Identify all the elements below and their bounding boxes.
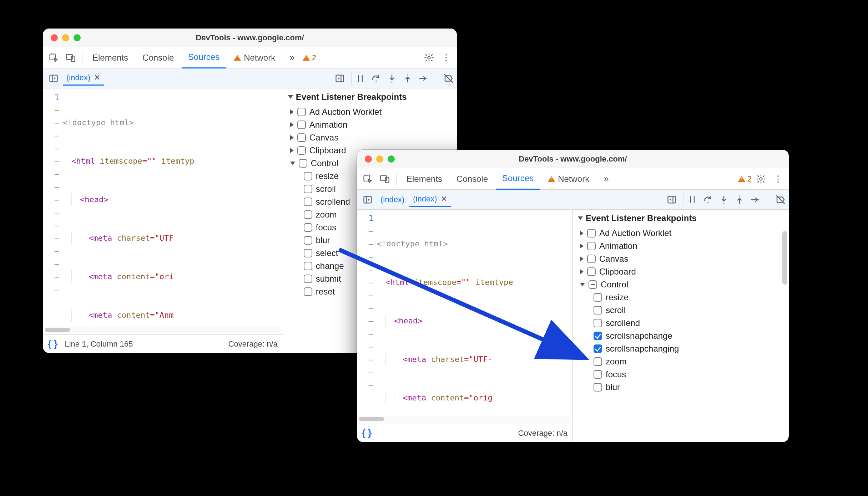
- tab-console[interactable]: Console: [136, 47, 180, 68]
- breakpoint-category[interactable]: Clipboard: [573, 265, 789, 278]
- inspect-icon[interactable]: [46, 50, 61, 66]
- tab-elements[interactable]: Elements: [86, 47, 135, 68]
- checkbox[interactable]: [297, 121, 306, 129]
- breakpoint-item[interactable]: zoom: [573, 355, 789, 368]
- checkbox[interactable]: [304, 172, 312, 180]
- step-over-icon[interactable]: [703, 194, 713, 205]
- more-tabs[interactable]: »: [283, 47, 301, 68]
- checkbox[interactable]: [587, 242, 596, 250]
- checkbox[interactable]: [299, 159, 307, 168]
- step-out-icon[interactable]: [402, 73, 413, 84]
- breakpoint-item[interactable]: focus: [573, 368, 789, 381]
- checkbox[interactable]: [304, 198, 312, 206]
- more-tabs[interactable]: »: [597, 168, 615, 190]
- breakpoint-category[interactable]: Control: [573, 278, 789, 291]
- warning-count[interactable]: 2: [738, 174, 752, 184]
- breakpoint-item[interactable]: scrollend: [573, 317, 789, 329]
- checkbox[interactable]: [297, 133, 306, 142]
- code-editor[interactable]: 1 ––––––––––––– <!doctype html> <html it…: [357, 210, 573, 442]
- step-out-icon[interactable]: [734, 194, 745, 205]
- tab-network[interactable]: Network: [227, 47, 282, 68]
- code-editor[interactable]: 1 ––––––––––––––– <!doctype html> <html …: [43, 88, 283, 353]
- checkbox[interactable]: [594, 344, 602, 353]
- breakpoint-item[interactable]: blur: [573, 381, 789, 394]
- tab-sources[interactable]: Sources: [496, 168, 540, 190]
- checkbox[interactable]: [594, 293, 602, 302]
- step-icon[interactable]: [750, 194, 761, 205]
- tab-sources[interactable]: Sources: [182, 47, 226, 68]
- checkbox[interactable]: [304, 249, 312, 257]
- tab-console[interactable]: Console: [450, 168, 494, 190]
- step-over-icon[interactable]: [371, 73, 382, 84]
- breakpoint-category[interactable]: Animation: [573, 240, 789, 252]
- breakpoint-category[interactable]: Canvas: [283, 131, 457, 144]
- checkbox[interactable]: [304, 287, 312, 296]
- checkbox[interactable]: [304, 236, 312, 245]
- device-icon[interactable]: [377, 171, 393, 187]
- deactivate-breakpoints-icon[interactable]: [775, 194, 786, 205]
- file-tab-index-2[interactable]: (index)✕: [409, 192, 450, 207]
- checkbox[interactable]: [594, 383, 602, 392]
- pause-icon[interactable]: [355, 73, 366, 84]
- titlebar[interactable]: DevTools - www.google.com/: [43, 29, 457, 47]
- breakpoint-item[interactable]: resize: [573, 291, 789, 304]
- checkbox[interactable]: [594, 319, 602, 327]
- line-gutter: 1 –––––––––––––: [357, 210, 377, 416]
- step-into-icon[interactable]: [718, 194, 729, 205]
- horizontal-scrollbar[interactable]: [45, 327, 281, 333]
- device-icon[interactable]: [63, 50, 79, 66]
- close-tab-icon[interactable]: ✕: [441, 194, 447, 204]
- checkbox[interactable]: [297, 146, 306, 155]
- settings-gear-icon[interactable]: [753, 171, 769, 187]
- breakpoint-item[interactable]: scrollsnapchanging: [573, 342, 789, 355]
- pause-icon[interactable]: [687, 194, 698, 205]
- breakpoint-category[interactable]: Canvas: [573, 252, 789, 265]
- breakpoint-item[interactable]: scroll: [573, 304, 789, 317]
- checkbox[interactable]: [304, 262, 312, 270]
- file-tab-index-1[interactable]: (index): [377, 193, 408, 206]
- window-title: DevTools - www.google.com/: [43, 33, 457, 42]
- separator: [82, 51, 82, 64]
- settings-gear-icon[interactable]: [421, 50, 437, 66]
- pretty-print-icon[interactable]: { }: [48, 338, 57, 349]
- close-tab-icon[interactable]: ✕: [94, 73, 100, 82]
- checkbox[interactable]: [304, 185, 312, 193]
- deactivate-breakpoints-icon[interactable]: [443, 73, 454, 84]
- checkbox[interactable]: [594, 357, 602, 366]
- vertical-scrollbar[interactable]: [782, 231, 787, 285]
- checkbox[interactable]: [589, 280, 597, 289]
- file-tab-index[interactable]: (index) ✕: [63, 71, 104, 86]
- pretty-print-icon[interactable]: { }: [362, 428, 372, 439]
- breakpoint-category[interactable]: Ad Auction Worklet: [573, 227, 789, 240]
- navigator-toggle-icon[interactable]: [360, 192, 375, 208]
- tab-elements[interactable]: Elements: [400, 168, 449, 190]
- event-breakpoints-header[interactable]: Event Listener Breakpoints: [283, 88, 457, 106]
- event-breakpoints-header[interactable]: Event Listener Breakpoints: [573, 210, 789, 227]
- checkbox[interactable]: [304, 223, 312, 232]
- debugger-toggle-icon[interactable]: [664, 192, 680, 208]
- checkbox[interactable]: [594, 370, 602, 379]
- checkbox[interactable]: [587, 255, 596, 263]
- checkbox[interactable]: [594, 306, 602, 315]
- inspect-icon[interactable]: [360, 171, 375, 187]
- navigator-toggle-icon[interactable]: [46, 71, 61, 86]
- checkbox[interactable]: [594, 332, 602, 340]
- breakpoint-category[interactable]: Animation: [283, 118, 457, 131]
- kebab-menu-icon[interactable]: [438, 50, 454, 66]
- titlebar[interactable]: DevTools - www.google.com/: [357, 150, 789, 168]
- kebab-menu-icon[interactable]: [770, 171, 786, 187]
- warning-count[interactable]: 2: [303, 53, 316, 62]
- checkbox[interactable]: [587, 229, 596, 237]
- breakpoint-item[interactable]: scrollsnapchange: [573, 329, 789, 342]
- checkbox[interactable]: [297, 108, 306, 116]
- tab-network[interactable]: Network: [541, 168, 596, 190]
- checkbox[interactable]: [304, 210, 312, 219]
- checkbox[interactable]: [587, 267, 596, 276]
- breakpoint-category[interactable]: Ad Auction Worklet: [283, 106, 457, 118]
- debugger-sidebar[interactable]: Event Listener Breakpoints Ad Auction Wo…: [573, 210, 789, 442]
- step-icon[interactable]: [418, 73, 429, 84]
- debugger-toggle-icon[interactable]: [332, 71, 348, 86]
- horizontal-scrollbar[interactable]: [359, 416, 570, 422]
- step-into-icon[interactable]: [387, 73, 397, 84]
- checkbox[interactable]: [304, 275, 312, 283]
